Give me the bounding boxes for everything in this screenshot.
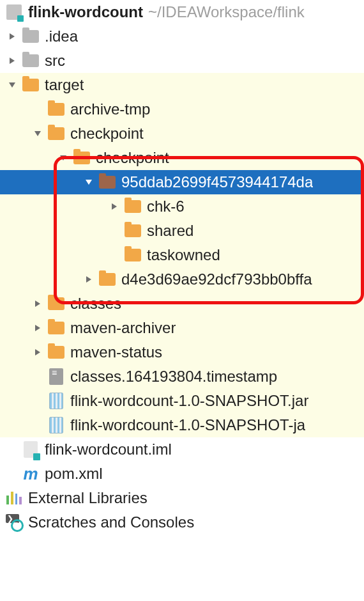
chevron-right-icon[interactable] [107,203,121,210]
tree-row-checkpoint-inner[interactable]: checkpoint [0,146,364,170]
root-label: flink-wordcount [28,3,143,21]
libraries-icon [5,489,23,507]
folder-icon [22,52,40,70]
folder-icon [47,295,65,313]
textfile-icon [47,368,65,386]
folder-icon [98,173,116,191]
tree-row-jar1[interactable]: flink-wordcount-1.0-SNAPSHOT.jar [0,389,364,413]
folder-icon [47,343,65,361]
node-label: flink-wordcount-1.0-SNAPSHOT.jar [70,392,308,410]
node-label: chk-6 [147,198,185,215]
folder-icon [124,222,142,240]
tree-row-src[interactable]: src [0,49,364,73]
chevron-right-icon[interactable] [31,324,45,332]
scratches-icon [5,513,23,531]
folder-icon [47,125,65,143]
tree-row-classes[interactable]: classes [0,292,364,316]
folder-icon [22,76,40,94]
folder-icon [124,198,142,215]
node-label: checkpoint [70,125,144,143]
jarfile-icon [47,392,65,410]
tree-row-idea[interactable]: .idea [0,24,364,49]
maven-icon: m [22,465,40,483]
tree-row-pom[interactable]: m pom.xml [0,462,364,486]
node-label: checkpoint [96,149,169,167]
imlfile-icon [22,441,40,458]
tree-row-maven-archiver[interactable]: maven-archiver [0,316,364,340]
chevron-down-icon[interactable] [56,154,70,162]
tree-row-timestamp-file[interactable]: classes.164193804.timestamp [0,364,364,389]
node-label: classes [70,295,121,313]
chevron-down-icon[interactable] [31,130,45,137]
tree-row-scratches[interactable]: Scratches and Consoles [0,510,364,535]
chevron-down-icon[interactable] [5,81,19,89]
chevron-right-icon[interactable] [31,300,45,308]
folder-icon [47,319,65,337]
tree-row-hash1[interactable]: 95ddab2699f4573944174da [0,170,364,194]
folder-icon [124,246,142,264]
node-label: d4e3d69ae92dcf793bb0bffa [121,270,312,288]
tree-row-hash2[interactable]: d4e3d69ae92dcf793bb0bffa [0,267,364,292]
tree-row-archive-tmp[interactable]: archive-tmp [0,97,364,121]
folder-icon [47,100,65,118]
tree-row-external-libraries[interactable]: External Libraries [0,486,364,510]
node-label: src [45,52,65,70]
chevron-right-icon[interactable] [5,33,19,40]
node-label: External Libraries [28,489,148,507]
tree-row-target[interactable]: target [0,73,364,97]
chevron-right-icon[interactable] [5,57,19,65]
node-label: taskowned [147,246,220,264]
node-label: classes.164193804.timestamp [70,368,277,386]
node-label: Scratches and Consoles [28,513,194,531]
node-label: maven-archiver [70,319,176,337]
node-label: flink-wordcount-1.0-SNAPSHOT-ja [70,416,305,434]
tree-row-maven-status[interactable]: maven-status [0,340,364,364]
tree-row-jar2[interactable]: flink-wordcount-1.0-SNAPSHOT-ja [0,413,364,437]
node-label: shared [147,222,193,240]
chevron-right-icon[interactable] [31,348,45,356]
module-icon [5,3,23,21]
node-label: archive-tmp [70,100,150,118]
node-label: maven-status [70,343,162,361]
tree-row-root[interactable]: flink-wordcount ~/IDEAWorkspace/flink [0,0,364,24]
node-label: pom.xml [45,465,103,483]
chevron-down-icon[interactable] [82,178,96,186]
tree-row-shared[interactable]: shared [0,219,364,243]
tree-row-iml[interactable]: flink-wordcount.iml [0,437,364,462]
jarfile-icon [47,416,65,434]
folder-icon [98,270,116,288]
node-label: flink-wordcount.iml [45,441,172,458]
folder-icon [22,27,40,45]
tree-row-checkpoint-outer[interactable]: checkpoint [0,121,364,146]
tree-row-chk6[interactable]: chk-6 [0,194,364,219]
folder-icon [73,149,91,167]
root-path-hint: ~/IDEAWorkspace/flink [148,3,305,21]
tree-row-taskowned[interactable]: taskowned [0,243,364,267]
node-label: 95ddab2699f4573944174da [121,173,313,191]
project-tree[interactable]: flink-wordcount ~/IDEAWorkspace/flink .i… [0,0,364,535]
chevron-right-icon[interactable] [82,276,96,283]
node-label: target [45,76,84,94]
node-label: .idea [45,27,78,45]
